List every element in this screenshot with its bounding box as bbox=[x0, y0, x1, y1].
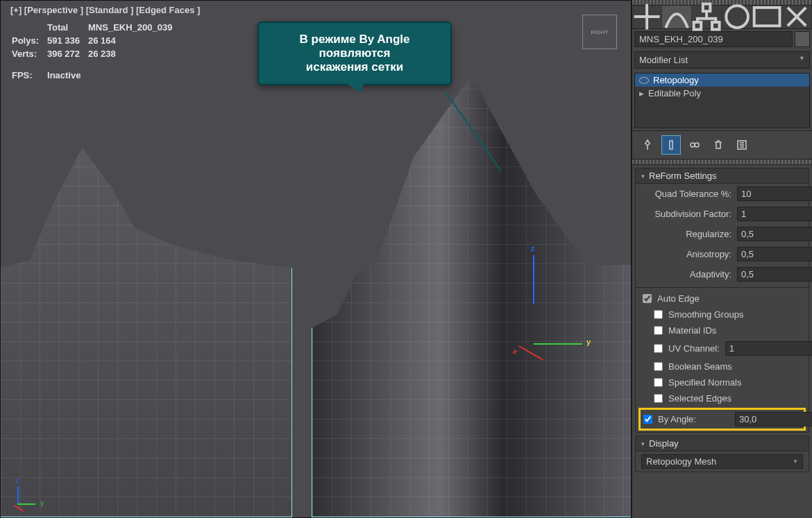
viewcube[interactable]: RIGHT bbox=[582, 15, 617, 49]
by-angle-spinner[interactable]: ▲▼ bbox=[735, 412, 801, 426]
transform-gizmo[interactable] bbox=[492, 302, 575, 386]
display-mode-dropdown[interactable]: Retopology Mesh bbox=[641, 454, 803, 469]
gizmo-y-axis[interactable] bbox=[534, 343, 582, 345]
adaptivity-input[interactable] bbox=[737, 267, 812, 282]
tab-utilities-icon[interactable] bbox=[782, 6, 812, 28]
stack-toolbar bbox=[632, 130, 812, 159]
adaptivity-label: Adaptivity: bbox=[641, 269, 731, 279]
by-angle-label: By Angle: bbox=[658, 414, 729, 424]
command-panel-tabs bbox=[632, 6, 812, 29]
stack-item-label: Editable Poly bbox=[648, 88, 701, 98]
specified-normals-label: Specified Normals bbox=[668, 377, 742, 388]
show-end-result-button[interactable] bbox=[661, 135, 681, 155]
reform-settings-rollout: ReForm Settings Quad Tolerance %: ▲▼ Sub… bbox=[635, 168, 809, 433]
subdivision-factor-label: Subdivision Factor: bbox=[641, 209, 731, 219]
annotation-callout: В режиме By Angle появляются искажения с… bbox=[257, 21, 452, 85]
object-name-input[interactable] bbox=[634, 31, 793, 47]
tab-motion-icon[interactable] bbox=[722, 6, 752, 28]
svg-rect-5 bbox=[670, 141, 673, 149]
polys-label: Polys: bbox=[12, 35, 46, 46]
by-angle-checkbox[interactable] bbox=[643, 415, 652, 424]
verts-total: 396 272 bbox=[47, 48, 87, 60]
selected-edges-checkbox[interactable] bbox=[654, 394, 663, 403]
svg-point-3 bbox=[726, 6, 748, 28]
quad-tolerance-label: Quad Tolerance %: bbox=[641, 189, 731, 199]
viewport[interactable]: [+] [Perspective ] [Standard ] [Edged Fa… bbox=[0, 0, 632, 518]
svg-point-7 bbox=[695, 143, 699, 147]
regularize-label: Regularize: bbox=[641, 229, 731, 239]
boolean-seams-checkbox[interactable] bbox=[654, 362, 663, 371]
rollout-grip[interactable] bbox=[632, 159, 812, 165]
remove-modifier-button[interactable] bbox=[709, 135, 728, 155]
polys-total: 591 336 bbox=[47, 35, 87, 46]
uv-channel-spinner[interactable]: ▲▼ bbox=[725, 341, 774, 356]
quad-tolerance-spinner[interactable]: ▲▼ bbox=[737, 187, 803, 201]
svg-rect-4 bbox=[754, 8, 779, 26]
viewport-statistics: Total MNS_EKH_200_039 Polys: 591 336 26 … bbox=[10, 20, 180, 83]
material-ids-label: Material IDs bbox=[668, 325, 716, 336]
command-panel: Modifier List Retopology ▶ Editable Poly… bbox=[632, 0, 812, 518]
stack-item-label: Retopology bbox=[653, 75, 699, 85]
callout-line1: В режиме By Angle bbox=[266, 33, 443, 46]
modifier-list-label: Modifier List bbox=[639, 55, 688, 65]
svg-rect-0 bbox=[703, 4, 711, 12]
stack-item-retopology[interactable]: Retopology bbox=[635, 74, 809, 87]
subdivision-factor-input[interactable] bbox=[737, 207, 812, 221]
verts-object: 26 238 bbox=[88, 48, 179, 60]
polys-object: 26 164 bbox=[88, 35, 179, 46]
uv-channel-label: UV Channel: bbox=[668, 343, 720, 354]
auto-edge-label: Auto Edge bbox=[657, 293, 700, 304]
verts-label: Verts: bbox=[12, 48, 46, 60]
tab-modify-icon[interactable] bbox=[662, 6, 692, 28]
callout-line3: искажения сетки bbox=[266, 60, 443, 74]
subdivision-factor-spinner[interactable]: ▲▼ bbox=[737, 207, 803, 221]
selected-edges-label: Selected Edges bbox=[668, 393, 731, 404]
specified-normals-checkbox[interactable] bbox=[654, 378, 663, 387]
material-ids-checkbox[interactable] bbox=[654, 326, 663, 335]
visibility-toggle-icon[interactable] bbox=[639, 77, 649, 84]
smoothing-groups-label: Smoothing Groups bbox=[668, 309, 743, 320]
boolean-seams-label: Boolean Seams bbox=[668, 361, 732, 372]
uv-channel-checkbox[interactable] bbox=[654, 344, 663, 353]
stats-object-header: MNS_EKH_200_039 bbox=[88, 21, 179, 33]
expand-arrow-icon[interactable]: ▶ bbox=[639, 90, 644, 97]
smoothing-groups-checkbox[interactable] bbox=[654, 310, 663, 319]
regularize-spinner[interactable]: ▲▼ bbox=[737, 227, 803, 241]
svg-point-6 bbox=[691, 143, 695, 147]
object-color-swatch[interactable] bbox=[795, 31, 810, 47]
anisotropy-label: Anisotropy: bbox=[641, 249, 731, 259]
tab-hierarchy-icon[interactable] bbox=[692, 6, 722, 28]
quad-tolerance-input[interactable] bbox=[737, 187, 812, 201]
reform-header[interactable]: ReForm Settings bbox=[636, 169, 809, 184]
gizmo-x-axis[interactable] bbox=[518, 345, 543, 361]
display-header[interactable]: Display bbox=[636, 436, 809, 451]
world-axes-icon bbox=[10, 483, 38, 510]
configure-sets-button[interactable] bbox=[732, 135, 752, 155]
fps-value: Inactive bbox=[47, 69, 179, 81]
viewport-label-bar[interactable]: [+] [Perspective ] [Standard ] [Edged Fa… bbox=[10, 5, 200, 15]
anisotropy-spinner[interactable]: ▲▼ bbox=[737, 247, 803, 261]
object-name-row bbox=[632, 29, 812, 49]
anisotropy-input[interactable] bbox=[737, 247, 812, 261]
regularize-input[interactable] bbox=[737, 227, 812, 241]
by-angle-input[interactable] bbox=[735, 412, 812, 426]
adaptivity-spinner[interactable]: ▲▼ bbox=[737, 267, 803, 282]
callout-line2: появляются bbox=[266, 46, 443, 60]
modifier-list-dropdown[interactable]: Modifier List bbox=[634, 51, 810, 69]
fps-label: FPS: bbox=[12, 69, 46, 81]
auto-edge-checkbox[interactable] bbox=[643, 294, 652, 303]
pin-stack-button[interactable] bbox=[638, 135, 657, 155]
gizmo-z-axis[interactable] bbox=[533, 255, 534, 304]
stack-item-editable-poly[interactable]: ▶ Editable Poly bbox=[635, 87, 809, 100]
by-angle-highlighted-row: By Angle: ▲▼ bbox=[638, 408, 806, 431]
tab-create-icon[interactable] bbox=[632, 6, 662, 28]
stats-total-header: Total bbox=[47, 21, 87, 33]
modifier-stack[interactable]: Retopology ▶ Editable Poly bbox=[634, 73, 810, 128]
display-mode-value: Retopology Mesh bbox=[646, 456, 716, 467]
display-rollout: Display Retopology Mesh bbox=[635, 435, 809, 472]
uv-channel-input[interactable] bbox=[725, 341, 812, 356]
make-unique-button[interactable] bbox=[685, 135, 704, 155]
tab-display-icon[interactable] bbox=[752, 6, 782, 28]
